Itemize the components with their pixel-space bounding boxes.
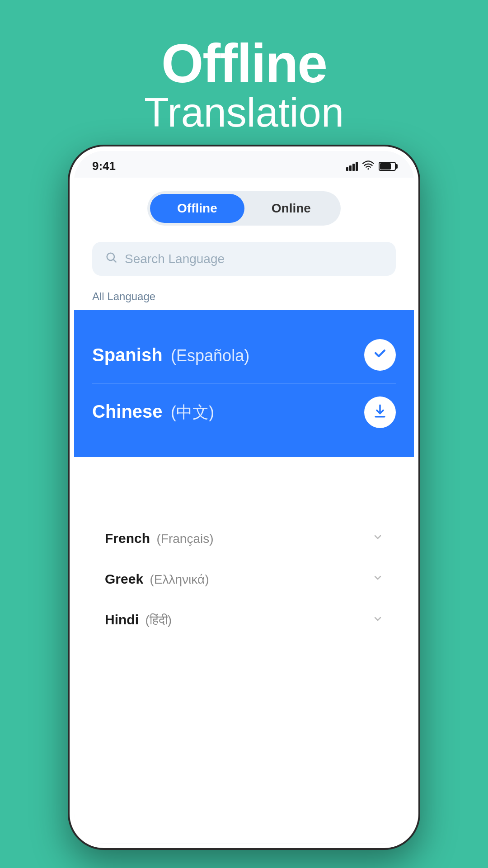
toggle-pill: Offline Online (147, 191, 341, 226)
status-bar: 9:41 (74, 151, 414, 178)
phone-screen: 9:41 (74, 151, 414, 844)
phone-mockup: 9:41 (68, 145, 420, 850)
tab-offline[interactable]: Offline (150, 194, 244, 223)
search-box[interactable]: Search Language (92, 242, 396, 276)
section-label: All Language (92, 290, 396, 303)
check-icon (372, 345, 388, 364)
hero-title-regular: Translation (0, 90, 488, 135)
language-name-french: French (Français) (105, 531, 214, 546)
chevron-icon-french (372, 532, 383, 545)
download-button-chinese[interactable] (364, 396, 396, 428)
language-item-french[interactable]: French (Français) (92, 518, 396, 559)
language-name-greek: Greek (Ελληνικά) (105, 571, 209, 587)
hero-title-bold: Offline (0, 36, 488, 90)
chevron-icon-hindi (372, 613, 383, 627)
status-time: 9:41 (92, 159, 116, 173)
signal-icon (346, 162, 358, 171)
screen-content: Offline Online Search Language All (74, 178, 414, 843)
language-name-hindi: Hindi (हिंदी) (105, 612, 172, 628)
status-icons (346, 160, 396, 172)
tab-online[interactable]: Online (244, 194, 338, 223)
language-list: English (USA) Arabic (الع (92, 310, 396, 641)
language-item-greek[interactable]: Greek (Ελληνικά) (92, 559, 396, 599)
download-icon (372, 403, 388, 422)
spanish-label: Spanish (Española) (92, 345, 249, 365)
search-icon (105, 251, 117, 267)
expanded-section: Spanish (Española) (74, 310, 414, 457)
chevron-icon-greek (372, 572, 383, 586)
search-placeholder: Search Language (125, 252, 225, 266)
svg-point-0 (367, 168, 369, 170)
mode-toggle[interactable]: Offline Online (92, 191, 396, 226)
battery-icon (379, 162, 396, 171)
chinese-label: Chinese (中文) (92, 401, 214, 424)
language-item-chinese[interactable]: Chinese (中文) (92, 383, 396, 441)
language-item-hindi[interactable]: Hindi (हिंदी) (92, 599, 396, 641)
language-item-spanish[interactable]: Spanish (Española) (92, 326, 396, 383)
hero-section: Offline Translation (0, 0, 488, 153)
wifi-icon (362, 160, 374, 172)
phone-frame: 9:41 (68, 145, 420, 850)
check-button-spanish[interactable] (364, 339, 396, 371)
